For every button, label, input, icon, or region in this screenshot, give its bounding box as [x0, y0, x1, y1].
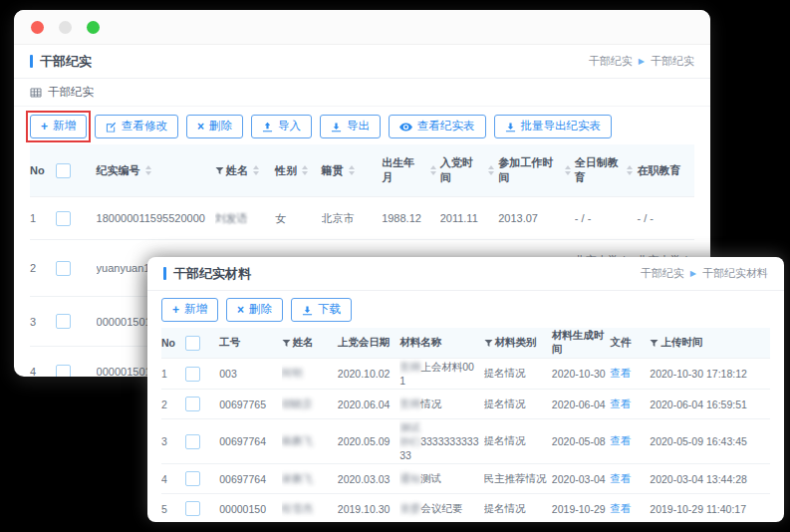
- cell-no: 1: [30, 197, 56, 240]
- filter-icon[interactable]: [282, 339, 291, 348]
- cell-no: 4: [30, 347, 56, 378]
- table-row: 1 003 阿明 2020.10.02 竞聘上会材料001 提名情况 2020-…: [161, 359, 770, 390]
- sort-icon[interactable]: [302, 162, 308, 178]
- cell-file: 查看: [610, 494, 650, 523]
- col-material-generated[interactable]: 材料生成时间: [552, 328, 610, 359]
- cell-file: 查看: [610, 359, 650, 390]
- cell-employee-id: 003: [219, 359, 281, 390]
- cell-material-name: 测试 孙们333333333333: [399, 419, 483, 464]
- cell-employee-id: 00697764: [219, 419, 281, 464]
- cell-file: 查看: [610, 419, 650, 464]
- cell-material-generated: 2020-03-04: [552, 464, 610, 494]
- title-accent-bar: [30, 55, 33, 68]
- row-checkbox[interactable]: [185, 434, 200, 449]
- view-file-link[interactable]: 查看: [610, 367, 631, 379]
- cell-material-category: 提名情况: [484, 359, 552, 390]
- cell-upload-time: 2020-06-04 16:59:51: [650, 390, 770, 419]
- sort-icon[interactable]: [627, 162, 633, 178]
- breadcrumb-parent[interactable]: 干部纪实: [641, 266, 684, 281]
- section-label: 干部纪实: [48, 85, 94, 100]
- cell-material-category: 提名情况: [484, 390, 552, 419]
- cell-name: 杨鹏飞: [282, 419, 338, 464]
- cell-meeting-date: 2020.10.02: [338, 359, 399, 390]
- cell-upload-time: 2020-10-30 17:18:12: [650, 359, 770, 390]
- row-checkbox[interactable]: [56, 365, 71, 378]
- col-work-start-time[interactable]: 参加工作时间: [498, 144, 575, 197]
- row-checkbox[interactable]: [56, 211, 71, 226]
- delete-button[interactable]: × 删除: [226, 298, 283, 322]
- sort-icon[interactable]: [349, 162, 355, 178]
- cell-no: 2: [30, 240, 56, 297]
- col-file: 文件: [610, 328, 650, 359]
- title-accent-bar: [163, 267, 166, 280]
- breadcrumb-current: 干部纪实: [651, 54, 694, 69]
- col-record-id[interactable]: 纪实编号: [97, 144, 215, 197]
- col-name[interactable]: 姓名: [282, 328, 338, 359]
- minimize-window-button[interactable]: [59, 21, 72, 34]
- row-checkbox[interactable]: [185, 501, 200, 516]
- cell-gender: 女: [275, 197, 321, 240]
- col-gender[interactable]: 性别: [275, 144, 321, 197]
- breadcrumb-parent[interactable]: 干部纪实: [589, 54, 633, 69]
- download-icon: [331, 122, 342, 133]
- sort-icon[interactable]: [430, 162, 436, 178]
- row-checkbox[interactable]: [185, 471, 200, 486]
- col-employee-id[interactable]: 工号: [219, 328, 281, 359]
- cell-material-category: 提名情况: [484, 494, 552, 523]
- batch-export-record-table-button[interactable]: 批量导出纪实表: [494, 115, 613, 138]
- filter-icon[interactable]: [650, 339, 658, 348]
- sort-icon[interactable]: [145, 162, 151, 178]
- breadcrumb: 干部纪实 ▶ 干部纪实: [589, 54, 694, 69]
- download-button[interactable]: 下载: [291, 298, 352, 322]
- cell-material-name: 通知测试: [399, 464, 483, 494]
- cell-material-category: 提名情况: [484, 419, 552, 464]
- col-party-join-time[interactable]: 入党时间: [440, 144, 499, 197]
- import-button[interactable]: 导入: [251, 115, 312, 138]
- delete-button[interactable]: × 删除: [186, 115, 243, 138]
- col-meeting-date[interactable]: 上党会日期: [338, 328, 399, 359]
- cell-no: 3: [30, 297, 56, 347]
- sort-icon[interactable]: [253, 162, 259, 178]
- eye-icon: [399, 123, 412, 132]
- breadcrumb-arrow-icon: ▶: [639, 58, 645, 66]
- col-material-name[interactable]: 材料名称: [399, 328, 483, 359]
- row-checkbox[interactable]: [56, 314, 71, 329]
- cell-record-id: 180000011595520000: [97, 197, 215, 240]
- export-button[interactable]: 导出: [320, 115, 381, 138]
- add-button[interactable]: + 新增: [161, 298, 218, 322]
- cell-name: 刘发语: [215, 197, 276, 240]
- view-file-link[interactable]: 查看: [610, 502, 631, 514]
- cell-upload-time: 2020-03-04 13:44:28: [650, 464, 770, 494]
- page-header: 干部纪实材料 干部纪实 ▶ 干部纪实材料: [147, 257, 784, 291]
- filter-icon[interactable]: [215, 166, 224, 175]
- close-window-button[interactable]: [31, 21, 44, 34]
- col-upload-time[interactable]: 上传时间: [650, 328, 770, 359]
- row-checkbox[interactable]: [185, 367, 200, 382]
- col-native-place[interactable]: 籍贯: [322, 144, 383, 197]
- cell-material-generated: 2020-05-08: [552, 419, 610, 464]
- view-file-link[interactable]: 查看: [610, 472, 631, 484]
- section-header: 干部纪实: [14, 79, 710, 107]
- view-file-link[interactable]: 查看: [610, 434, 631, 446]
- select-all-checkbox[interactable]: [185, 336, 200, 351]
- col-birth-date[interactable]: 出生年月: [382, 144, 440, 197]
- view-record-table-button[interactable]: 查看纪实表: [389, 115, 486, 138]
- row-checkbox[interactable]: [56, 261, 71, 276]
- row-checkbox[interactable]: [185, 397, 200, 411]
- col-onjob-education[interactable]: 在职教育: [637, 144, 694, 197]
- maximize-window-button[interactable]: [87, 21, 100, 34]
- col-no: No: [30, 144, 56, 197]
- col-fulltime-education[interactable]: 全日制教育: [575, 144, 638, 197]
- col-no: No: [161, 328, 185, 359]
- col-name[interactable]: 姓名: [215, 144, 276, 197]
- cell-name: 胡晓弃: [282, 390, 338, 419]
- select-all-checkbox[interactable]: [56, 163, 71, 178]
- view-file-link[interactable]: 查看: [610, 398, 631, 409]
- add-button[interactable]: + 新增: [30, 115, 87, 138]
- sort-icon[interactable]: [565, 162, 571, 178]
- filter-icon[interactable]: [484, 339, 493, 348]
- sort-icon[interactable]: [488, 162, 494, 178]
- col-material-category[interactable]: 材料类别: [484, 328, 552, 359]
- upload-icon: [262, 122, 273, 133]
- view-edit-button[interactable]: 查看修改: [95, 115, 178, 138]
